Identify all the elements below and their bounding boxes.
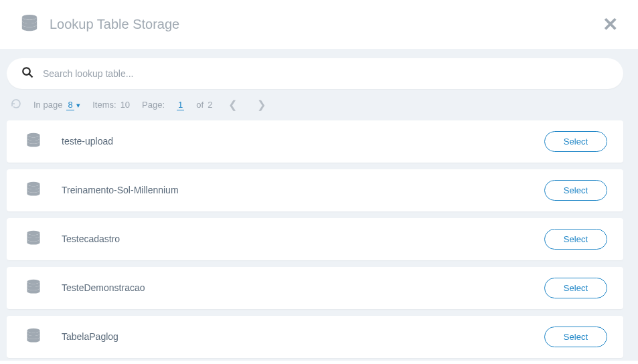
- per-page-dropdown[interactable]: 8 ▾: [66, 100, 80, 110]
- search-container: [7, 58, 623, 89]
- database-icon: [25, 181, 42, 200]
- row-name: TesteDemonstracao: [62, 282, 145, 293]
- database-icon: [25, 132, 42, 151]
- modal-header: Lookup Table Storage ✕: [0, 0, 638, 49]
- chevron-down-icon: ▾: [76, 101, 80, 109]
- pagination-controls: In page 8 ▾ Items: 10 Page: 1 of 2 ❮ ❯: [7, 89, 623, 120]
- row-name: TabelaPaglog: [62, 331, 118, 342]
- svg-point-1: [23, 68, 30, 75]
- row-name: teste-upload: [62, 136, 113, 147]
- select-button[interactable]: Select: [544, 180, 607, 201]
- select-button[interactable]: Select: [544, 278, 607, 298]
- table-row: teste-uploadSelect: [7, 120, 623, 163]
- select-button[interactable]: Select: [544, 229, 607, 250]
- page-total: 2: [208, 100, 212, 110]
- database-icon: [20, 14, 39, 35]
- table-row: TesteDemonstracaoSelect: [7, 267, 623, 309]
- per-page-value: 8: [66, 100, 74, 110]
- items-label: Items:: [92, 100, 116, 110]
- refresh-button[interactable]: [11, 98, 21, 111]
- database-icon: [25, 279, 42, 298]
- table-row: TabelaPaglogSelect: [7, 316, 623, 358]
- next-page-button[interactable]: ❯: [253, 98, 270, 111]
- database-icon: [25, 328, 42, 347]
- page-current[interactable]: 1: [177, 100, 184, 110]
- row-name: Testecadastro: [62, 234, 120, 244]
- search-icon: [21, 66, 33, 81]
- row-name: Treinamento-Sol-Millennium: [62, 185, 179, 195]
- table-row: Treinamento-Sol-MillenniumSelect: [7, 169, 623, 211]
- search-input[interactable]: [43, 68, 609, 79]
- prev-page-button[interactable]: ❮: [224, 98, 241, 111]
- table-row: TestecadastroSelect: [7, 218, 623, 260]
- database-icon: [25, 230, 42, 249]
- svg-line-2: [29, 74, 32, 77]
- page-label: Page:: [142, 100, 165, 110]
- items-count: 10: [121, 100, 130, 110]
- in-page-label: In page: [33, 100, 62, 110]
- select-button[interactable]: Select: [544, 327, 607, 347]
- page-title: Lookup Table Storage: [50, 17, 179, 32]
- page-of-label: of: [196, 100, 204, 110]
- close-icon[interactable]: ✕: [603, 13, 618, 35]
- select-button[interactable]: Select: [544, 131, 607, 152]
